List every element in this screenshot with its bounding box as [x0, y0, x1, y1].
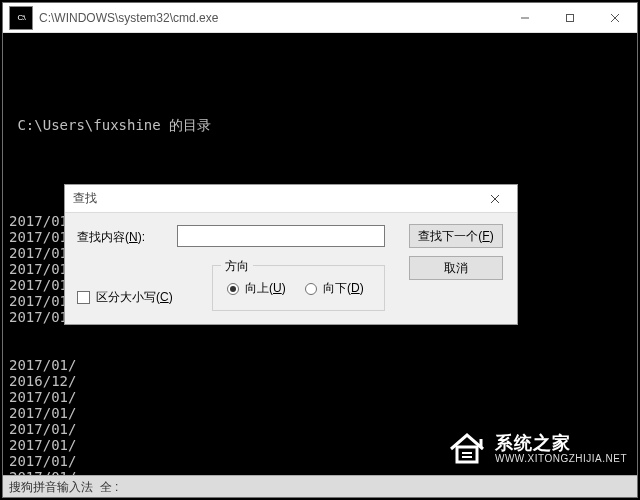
close-icon [610, 13, 620, 23]
dir-row-truncated: 2017/01/ [9, 405, 631, 421]
titlebar: C:\ C:\WINDOWS\system32\cmd.exe [3, 3, 637, 33]
direction-label: 方向 [221, 258, 253, 275]
dir-row-truncated: 2017/01/ [9, 389, 631, 405]
svg-rect-1 [566, 14, 573, 21]
direction-groupbox: 方向 向上(U) 向下(D) [212, 265, 385, 311]
ime-text: 搜狗拼音输入法 全 : [9, 479, 118, 495]
minimize-button[interactable] [502, 3, 547, 33]
find-titlebar[interactable]: 查找 [65, 185, 517, 213]
close-icon [490, 194, 500, 204]
dir-row-truncated: 2016/12/ [9, 373, 631, 389]
match-case-label: 区分大小写(C) [96, 289, 173, 306]
window-cmd-icon: C:\ [9, 6, 33, 30]
watermark-house-icon [447, 429, 487, 469]
minimize-icon [520, 13, 530, 23]
match-case-checkbox[interactable] [77, 291, 90, 304]
find-dialog: 查找 查找内容(N): 查找下一个(F) 取消 区分大小写(C) 方向 向 [64, 184, 518, 325]
direction-up-row[interactable]: 向上(U) [227, 280, 286, 297]
direction-up-radio[interactable] [227, 283, 239, 295]
direction-down-radio[interactable] [305, 283, 317, 295]
window-title: C:\WINDOWS\system32\cmd.exe [39, 11, 502, 25]
svg-rect-4 [457, 447, 477, 462]
find-title: 查找 [73, 190, 481, 207]
direction-up-label: 向上(U) [245, 280, 286, 297]
find-close-button[interactable] [481, 188, 509, 210]
watermark-url: WWW.XITONGZHIJIA.NET [495, 453, 627, 464]
find-content-label: 查找内容(N): [77, 229, 145, 246]
dir-row-truncated: 2017/01/ [9, 357, 631, 373]
cancel-button[interactable]: 取消 [409, 256, 503, 280]
console-header-line: C:\Users\fuxshine 的目录 [9, 117, 631, 133]
ime-status-bar: 搜狗拼音输入法 全 : [3, 475, 637, 497]
find-content-input[interactable] [177, 225, 385, 247]
close-button[interactable] [592, 3, 637, 33]
watermark: 系统之家 WWW.XITONGZHIJIA.NET [447, 429, 627, 469]
watermark-title: 系统之家 [495, 434, 627, 454]
match-case-checkbox-row[interactable]: 区分大小写(C) [77, 289, 173, 306]
window-controls [502, 3, 637, 33]
direction-down-label: 向下(D) [323, 280, 364, 297]
find-next-button[interactable]: 查找下一个(F) [409, 224, 503, 248]
direction-down-row[interactable]: 向下(D) [305, 280, 364, 297]
maximize-icon [565, 13, 575, 23]
maximize-button[interactable] [547, 3, 592, 33]
